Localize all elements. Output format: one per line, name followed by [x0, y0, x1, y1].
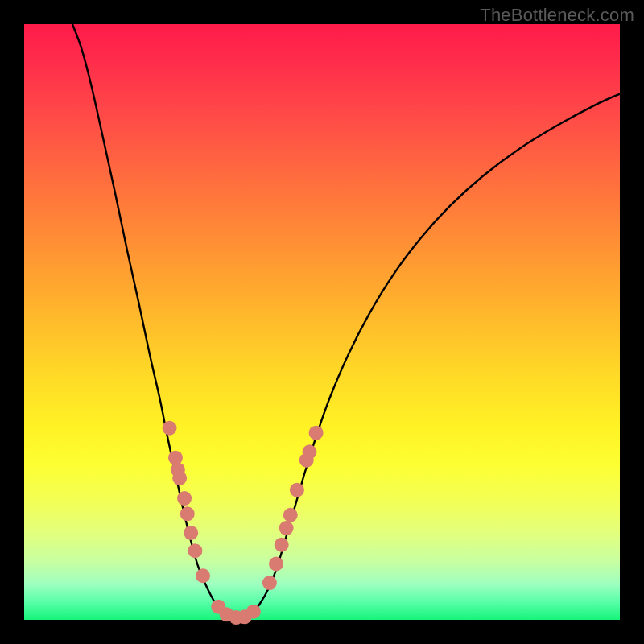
curve-dot [168, 451, 183, 465]
plot-area [24, 24, 620, 620]
curve-dot [302, 444, 316, 459]
curve-svg [24, 24, 620, 620]
curve-dot [246, 605, 261, 619]
bottleneck-curve [72, 24, 620, 617]
curve-dot [184, 526, 198, 540]
curve-dot [180, 506, 195, 521]
curve-dot [279, 521, 294, 535]
curve-dot [177, 491, 192, 506]
curve-dot [269, 556, 283, 571]
curve-dot [275, 538, 289, 552]
chart-stage: TheBottleneck.com [0, 0, 644, 644]
curve-dot [163, 421, 177, 436]
curve-dot [309, 426, 324, 440]
curve-dot [290, 483, 304, 497]
curve-dot [196, 568, 210, 583]
curve-dot [188, 543, 202, 558]
curve-dot [283, 508, 298, 522]
curve-dot [172, 471, 187, 485]
attribution-label: TheBottleneck.com [480, 5, 634, 26]
curve-dot [262, 576, 277, 590]
